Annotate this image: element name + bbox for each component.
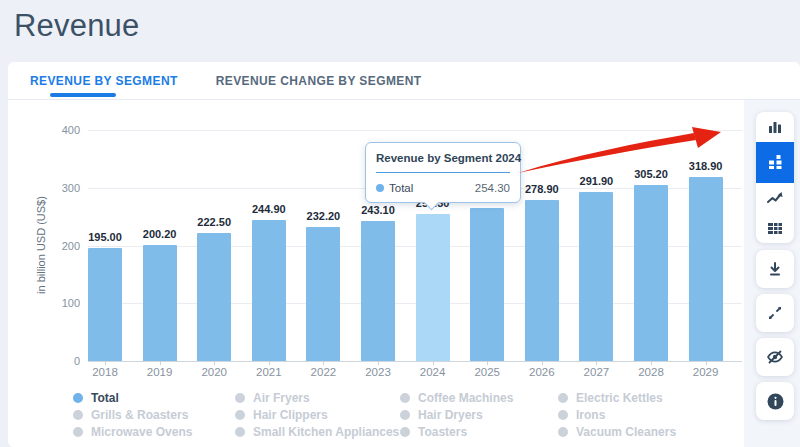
legend-label: Electric Kettles xyxy=(576,391,663,405)
bar-2020[interactable] xyxy=(197,233,231,361)
bar-value-2018: 195.00 xyxy=(75,231,135,243)
tab-revenue-change-by-segment[interactable]: REVENUE CHANGE BY SEGMENT xyxy=(206,62,432,99)
bar-value-2023: 243.10 xyxy=(348,204,408,216)
bar-value-2029: 318.90 xyxy=(676,160,736,172)
legend-label: Air Fryers xyxy=(253,391,310,405)
legend-label: Hair Dryers xyxy=(418,408,483,422)
tooltip-row: Total 254.30 xyxy=(376,182,510,194)
revenue-page: Revenue REVENUE BY SEGMENT REVENUE CHANG… xyxy=(0,0,800,447)
active-tab-underline xyxy=(50,93,116,97)
x-axis-tick xyxy=(487,361,488,365)
column-chart-icon[interactable] xyxy=(756,112,794,142)
legend-item-electric-kettles[interactable]: Electric Kettles xyxy=(558,391,663,405)
legend-label: Vacuum Cleaners xyxy=(576,425,676,439)
x-tick-label-2026: 2026 xyxy=(512,366,572,378)
bar-2025[interactable] xyxy=(470,208,504,361)
bar-2027[interactable] xyxy=(579,192,613,361)
legend-item-toasters[interactable]: Toasters xyxy=(400,425,467,439)
bar-2019[interactable] xyxy=(143,245,177,361)
legend-item-air-fryers[interactable]: Air Fryers xyxy=(235,391,310,405)
chart-type-switcher xyxy=(756,112,794,243)
bar-2018[interactable] xyxy=(88,248,122,361)
legend-dot-icon xyxy=(400,427,410,437)
x-tick-label-2027: 2027 xyxy=(566,366,626,378)
y-tick-label-200: 200 xyxy=(40,240,80,252)
legend-dot-icon xyxy=(400,410,410,420)
legend-item-microwave-ovens[interactable]: Microwave Ovens xyxy=(73,425,192,439)
bar-2024[interactable] xyxy=(416,214,450,361)
bar-2023[interactable] xyxy=(361,221,395,361)
bar-2028[interactable] xyxy=(634,185,668,361)
page-title: Revenue xyxy=(14,8,140,44)
x-axis-tick xyxy=(214,361,215,365)
legend-dot-icon xyxy=(73,427,83,437)
chart-card: in billion USD (US$) 0100200300400195.00… xyxy=(8,100,800,447)
x-tick-label-2018: 2018 xyxy=(75,366,135,378)
x-axis-tick xyxy=(105,361,106,365)
bar-value-2021: 244.90 xyxy=(239,203,299,215)
chart-tooltip: Revenue by Segment 2024 Total 254.30 xyxy=(365,142,521,203)
bar-2029[interactable] xyxy=(689,177,723,361)
legend-label: Microwave Ovens xyxy=(91,425,192,439)
x-tick-label-2029: 2029 xyxy=(676,366,736,378)
x-tick-label-2028: 2028 xyxy=(621,366,681,378)
trend-arrow-annotation xyxy=(512,126,722,181)
legend-item-irons[interactable]: Irons xyxy=(558,408,605,422)
x-tick-label-2021: 2021 xyxy=(239,366,299,378)
legend-label: Toasters xyxy=(418,425,467,439)
segment-chart-icon[interactable] xyxy=(756,142,794,183)
legend-dot-icon xyxy=(558,427,568,437)
legend-item-total[interactable]: Total xyxy=(73,391,119,405)
tooltip-title: Revenue by Segment 2024 xyxy=(376,152,510,164)
legend-item-hair-clippers[interactable]: Hair Clippers xyxy=(235,408,328,422)
hide-annotations-button[interactable] xyxy=(756,338,794,376)
tooltip-series-name: Total xyxy=(389,182,413,194)
legend-item-vacuum-cleaners[interactable]: Vacuum Cleaners xyxy=(558,425,676,439)
y-tick-label-100: 100 xyxy=(40,297,80,309)
download-button[interactable] xyxy=(756,250,794,288)
bar-2021[interactable] xyxy=(252,220,286,361)
legend-dot-icon xyxy=(558,393,568,403)
bar-value-2028: 305.20 xyxy=(621,168,681,180)
x-tick-label-2025: 2025 xyxy=(457,366,517,378)
legend-dot-icon xyxy=(235,393,245,403)
bar-2022[interactable] xyxy=(306,227,340,361)
legend-dot-icon xyxy=(73,410,83,420)
legend-label: Hair Clippers xyxy=(253,408,328,422)
x-axis-tick xyxy=(323,361,324,365)
legend-item-hair-dryers[interactable]: Hair Dryers xyxy=(400,408,483,422)
fullscreen-button[interactable] xyxy=(756,294,794,332)
bar-2026[interactable] xyxy=(525,200,559,361)
x-tick-label-2020: 2020 xyxy=(184,366,244,378)
tooltip-divider xyxy=(376,172,510,173)
legend-dot-icon xyxy=(73,393,83,403)
x-axis-tick xyxy=(596,361,597,365)
eye-off-icon xyxy=(766,348,784,366)
legend-item-small-kitchen-appliances[interactable]: Small Kitchen Appliances xyxy=(235,425,399,439)
legend-label: Grills & Roasters xyxy=(91,408,188,422)
info-icon xyxy=(766,392,785,411)
download-icon xyxy=(766,260,784,278)
x-axis-tick xyxy=(542,361,543,365)
x-axis-tick xyxy=(160,361,161,365)
legend-label: Coffee Machines xyxy=(418,391,513,405)
x-axis-tick xyxy=(706,361,707,365)
bar-value-2027: 291.90 xyxy=(566,175,626,187)
legend-dot-icon xyxy=(235,427,245,437)
legend-item-grills-roasters[interactable]: Grills & Roasters xyxy=(73,408,188,422)
legend-dot-icon xyxy=(400,393,410,403)
series-dot-icon xyxy=(376,184,384,192)
tooltip-series-value: 254.30 xyxy=(475,182,510,194)
y-tick-label-300: 300 xyxy=(40,182,80,194)
bar-value-2022: 232.20 xyxy=(293,210,353,222)
data-table-icon[interactable] xyxy=(756,213,794,243)
fullscreen-icon xyxy=(766,304,784,322)
legend-item-coffee-machines[interactable]: Coffee Machines xyxy=(400,391,513,405)
gridline-400 xyxy=(88,130,742,131)
line-chart-icon[interactable] xyxy=(756,183,794,213)
x-tick-label-2024: 2024 xyxy=(403,366,463,378)
x-axis-tick xyxy=(651,361,652,365)
legend-label: Irons xyxy=(576,408,605,422)
x-axis-tick xyxy=(433,361,434,365)
info-button[interactable] xyxy=(756,382,794,420)
